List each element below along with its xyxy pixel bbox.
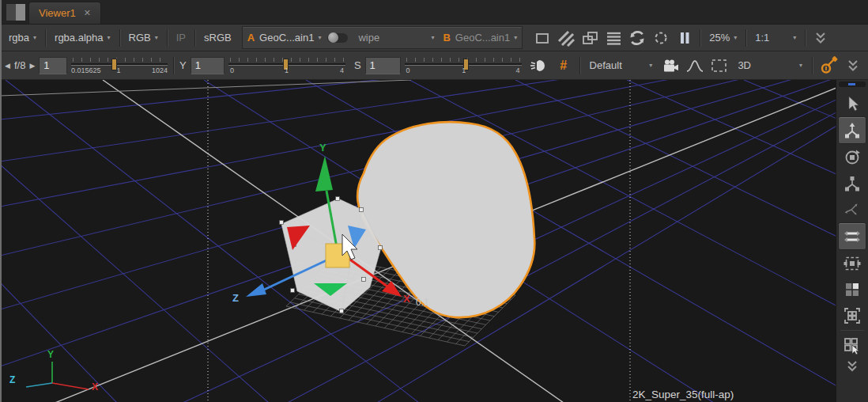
headlamp-icon[interactable] <box>529 56 549 75</box>
adjust-tool-icon[interactable] <box>838 222 866 250</box>
scanlines-icon[interactable] <box>603 28 624 47</box>
axis-z-label: Z <box>9 374 15 385</box>
tab-title: Viewer1 <box>39 7 76 19</box>
divider <box>745 29 746 47</box>
gamma-field[interactable]: 1 <box>191 57 225 74</box>
gamma-tick-max: 4 <box>340 66 344 74</box>
saturation-field[interactable]: 1 <box>365 57 401 74</box>
chevron-double-icon[interactable] <box>839 358 866 374</box>
gain-slider[interactable]: 0.015625 1 1024 <box>71 54 168 78</box>
sampler-icon[interactable] <box>818 56 839 75</box>
pixel-aspect-value: 1:1 <box>755 32 769 44</box>
tab-bar: Viewer1 ✕ <box>0 0 868 25</box>
pixel-aspect-dropdown[interactable]: 1:1 ▾ <box>751 28 800 47</box>
chevron-down-icon: ▾ <box>734 34 737 41</box>
wipe-dropdown[interactable]: wipe ▾ <box>354 28 438 47</box>
lut-value: Default <box>590 59 622 71</box>
gamma-label: Y <box>179 59 187 71</box>
display-mode-value: RGB <box>129 32 151 44</box>
fstop-prev-button[interactable]: ◀ <box>5 62 10 70</box>
rotate-tool-icon[interactable] <box>839 144 866 170</box>
quad-view-icon[interactable] <box>839 276 866 302</box>
input-process-label: IP <box>176 32 186 44</box>
gamma-slider[interactable]: 0 1 4 <box>228 54 345 78</box>
gain-field[interactable]: 1 <box>39 57 67 74</box>
chevron-down-icon: ▾ <box>649 62 652 69</box>
channels-value: rgba <box>9 32 29 44</box>
zoom-level-value: 25% <box>709 32 730 44</box>
fit-view-icon[interactable] <box>839 302 866 328</box>
input-a-value: GeoC...ain1 <box>259 32 314 44</box>
saturation-label: S <box>354 59 361 71</box>
chevron-down-icon: ▾ <box>108 34 111 41</box>
pane-corner-icon[interactable] <box>6 3 26 21</box>
pause-icon[interactable] <box>674 28 695 47</box>
scale-tool-icon[interactable] <box>839 170 866 196</box>
chevron-down-icon: ▾ <box>318 34 321 41</box>
marquee-icon[interactable] <box>709 56 730 75</box>
overlay-compare-icon[interactable] <box>579 28 600 47</box>
refresh-icon[interactable] <box>627 28 647 47</box>
close-icon[interactable]: ✕ <box>84 8 91 18</box>
lut-dropdown[interactable]: Default ▾ <box>586 56 657 75</box>
viewport-canvas[interactable]: Y X 0.1 Z Y X Z 2K_Super_35(full-ap) <box>0 80 836 402</box>
format-label: 2K_Super_35(full-ap) <box>632 389 734 400</box>
colorspace-value: sRGB <box>204 32 232 44</box>
gizmo-y-label: Y <box>319 142 326 154</box>
zoom-level-dropdown[interactable]: 25% ▾ <box>705 28 741 47</box>
collapse-icon[interactable] <box>843 56 863 75</box>
layout-select-icon[interactable] <box>839 332 866 358</box>
grid-toggle-icon[interactable]: # <box>553 56 574 75</box>
alpha-layer-dropdown[interactable]: rgba.alpha ▾ <box>51 28 114 47</box>
divider <box>805 29 806 47</box>
view-mode-value: 3D <box>738 59 751 71</box>
chevron-down-icon: ▾ <box>793 34 796 41</box>
translate-tool-icon[interactable] <box>838 116 866 144</box>
display-mode-dropdown[interactable]: RGB ▾ <box>125 28 162 47</box>
toolbar-scrollbar[interactable] <box>839 82 866 87</box>
channels-dropdown[interactable]: rgba ▾ <box>5 28 40 47</box>
wipe-mix-knob[interactable] <box>327 33 348 43</box>
input-process-toggle[interactable]: IP <box>172 28 190 47</box>
divider <box>167 29 168 47</box>
axis-tool-icon[interactable] <box>839 196 866 222</box>
stripes-icon[interactable] <box>556 28 576 47</box>
frame-all-icon[interactable] <box>839 250 866 276</box>
chevron-down-icon: ▾ <box>431 34 434 41</box>
select-tool-icon[interactable] <box>839 90 866 116</box>
gain-background-icon[interactable] <box>532 28 553 47</box>
tab-viewer1[interactable]: Viewer1 ✕ <box>28 2 101 24</box>
divider <box>119 29 120 47</box>
curve-icon[interactable] <box>685 56 705 75</box>
roi-icon[interactable] <box>651 28 671 47</box>
alpha-layer-value: rgba.alpha <box>55 32 103 44</box>
saturation-tick-min: 0 <box>406 66 410 74</box>
slider-ticks <box>73 58 166 62</box>
chevron-down-icon: ▾ <box>799 62 802 69</box>
collapse-icon[interactable] <box>810 28 831 47</box>
grid-toggle-glyph: # <box>560 59 567 73</box>
gain-value: 1 <box>43 59 49 71</box>
viewport-3d[interactable]: Y X 0.1 Z Y X Z 2K_Super_35(full-ap) <box>0 80 868 402</box>
right-toolbar <box>836 80 868 402</box>
viewer-toolbar: rgba ▾ rgba.alpha ▾ RGB ▾ IP sRGB A GeoC… <box>0 25 868 51</box>
input-a-letter: A <box>247 32 255 44</box>
view-mode-dropdown[interactable]: 3D ▾ <box>734 56 806 75</box>
gain-tick-min: 0.015625 <box>71 66 101 74</box>
saturation-value: 1 <box>370 59 376 71</box>
saturation-tick-mid: 1 <box>462 66 466 74</box>
fstop-next-button[interactable]: ▶ <box>29 62 35 70</box>
divider <box>840 330 864 331</box>
input-b-value: GeoC...ain1 <box>455 32 510 44</box>
gamma-tick-min: 0 <box>230 66 234 74</box>
input-a-dropdown[interactable]: GeoC...ain1 ▾ <box>259 28 321 47</box>
divider <box>579 57 580 74</box>
gain-tick-max: 1024 <box>152 66 168 74</box>
saturation-slider[interactable]: 0 1 4 <box>405 54 522 78</box>
gain-tick-mid: 1 <box>116 66 120 74</box>
camera-icon[interactable] <box>660 56 681 75</box>
grid-scale-label: 0.1 <box>416 297 429 308</box>
input-b-dropdown[interactable]: GeoC...ain1 ▾ <box>455 28 517 47</box>
colorspace-button[interactable]: sRGB <box>200 28 236 47</box>
gizmo-x-label: X <box>403 293 410 305</box>
